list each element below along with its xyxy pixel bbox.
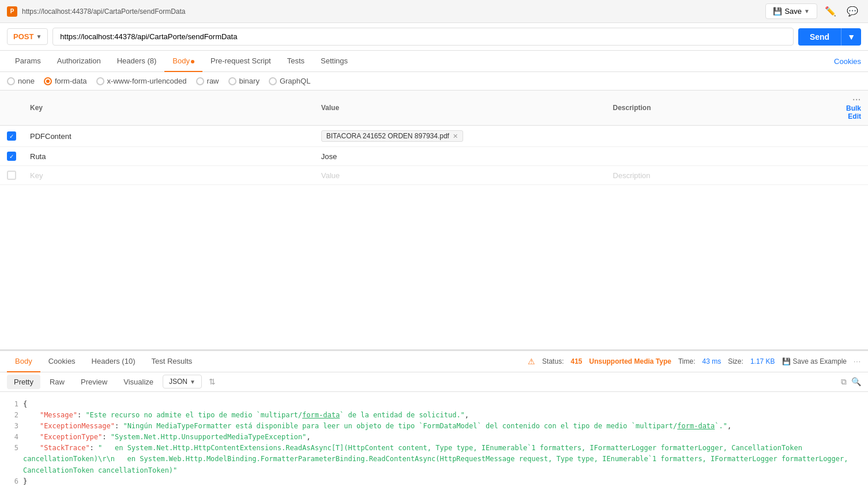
title-bar-url: https://localhost:44378/api/CartaPorte/s…	[22, 7, 186, 16]
method-dropdown-arrow: ▼	[36, 33, 42, 40]
code-line-6: 6 }	[7, 476, 861, 487]
code-line-3: 3 "ExceptionMessage": "Ningún MediaTypeF…	[7, 421, 861, 432]
response-body-tabs: Pretty Raw Preview Visualize JSON ▼ ⇅ ⧉ …	[0, 372, 868, 392]
response-tab-body[interactable]: Body	[7, 351, 40, 372]
radio-urlencoded-circle	[96, 77, 104, 85]
title-bar-right: 💾 Save ▼ ✏️ 💬	[765, 3, 861, 20]
spacer	[0, 185, 868, 349]
tab-authorization[interactable]: Authorization	[49, 51, 109, 72]
radio-binary[interactable]: binary	[228, 77, 260, 85]
save-icon: 💾	[773, 7, 782, 16]
row1-key-cell: PDFContent	[23, 126, 314, 147]
json-format-selector[interactable]: JSON ▼	[163, 375, 202, 389]
col-bulk-edit-header: ··· Bulk Edit	[839, 90, 868, 126]
dots-button[interactable]: ···	[852, 95, 861, 104]
params-table: Key Value Description ··· Bulk Edit	[0, 90, 868, 185]
method-selector[interactable]: POST ▼	[7, 28, 48, 45]
method-label: POST	[13, 32, 33, 41]
save-example-icon: 💾	[782, 357, 791, 365]
params-table-container: Key Value Description ··· Bulk Edit	[0, 90, 868, 185]
col-checkbox	[0, 90, 23, 126]
sort-icon-button[interactable]: ⇅	[209, 377, 216, 386]
radio-binary-circle	[228, 77, 236, 85]
sort-icon: ⇅	[209, 377, 216, 386]
table-row: PDFContent BITACORA 241652 ORDEN 897934.…	[0, 126, 868, 147]
app-container: P https://localhost:44378/api/CartaPorte…	[0, 0, 868, 494]
tab-body[interactable]: Body	[164, 51, 202, 72]
empty-desc-cell[interactable]: Description	[606, 166, 839, 185]
status-code: 415	[570, 357, 582, 365]
response-body-tab-raw[interactable]: Raw	[43, 375, 72, 389]
row2-desc-cell[interactable]	[606, 147, 839, 166]
row2-value-cell: Jose	[314, 147, 606, 166]
empty-key-cell[interactable]: Key	[23, 166, 314, 185]
radio-form-data[interactable]: form-data	[44, 77, 87, 85]
radio-graphql[interactable]: GraphQL	[269, 77, 310, 85]
col-desc-header: Description	[606, 90, 839, 126]
save-button[interactable]: 💾 Save ▼	[765, 3, 817, 19]
send-button[interactable]: Send ▼	[798, 28, 861, 46]
search-icon[interactable]: 🔍	[851, 377, 861, 386]
radio-raw[interactable]: raw	[196, 77, 219, 85]
size-label: Size:	[728, 357, 743, 365]
col-key-header: Key	[23, 90, 314, 126]
app-logo: P	[7, 6, 17, 17]
url-input[interactable]	[52, 28, 794, 46]
response-tab-cookies[interactable]: Cookies	[40, 351, 84, 372]
row1-checkbox[interactable]	[7, 131, 16, 141]
cookies-link[interactable]: Cookies	[834, 57, 861, 66]
radio-none[interactable]: none	[7, 77, 35, 85]
response-more-options[interactable]: ···	[854, 357, 861, 365]
response-actions: ⧉ 🔍	[841, 377, 861, 387]
tab-headers[interactable]: Headers (8)	[109, 51, 165, 72]
tab-pre-request[interactable]: Pre-request Script	[202, 51, 279, 72]
radio-urlencoded[interactable]: x-www-form-urlencoded	[96, 77, 187, 85]
row1-file-remove[interactable]: ✕	[453, 133, 458, 140]
row1-file-tag: BITACORA 241652 ORDEN 897934.pdf ✕	[321, 130, 463, 142]
empty-value-cell[interactable]: Value	[314, 166, 606, 185]
radio-none-circle	[7, 77, 15, 85]
copy-icon[interactable]: ⧉	[841, 377, 847, 387]
response-body-tab-preview[interactable]: Preview	[74, 375, 114, 389]
bulk-edit-button[interactable]: Bulk Edit	[846, 104, 861, 120]
row1-value-cell: BITACORA 241652 ORDEN 897934.pdf ✕	[314, 126, 606, 147]
tab-tests[interactable]: Tests	[279, 51, 313, 72]
code-line-4: 4 "ExceptionType": "System.Net.Http.Unsu…	[7, 432, 861, 443]
row1-checkbox-cell	[0, 126, 23, 147]
title-bar: P https://localhost:44378/api/CartaPorte…	[0, 0, 868, 23]
warning-icon: ⚠	[528, 357, 535, 366]
empty-checkbox[interactable]	[7, 171, 16, 180]
save-as-example-button[interactable]: 💾 Save as Example	[782, 357, 847, 365]
response-tabs: Body Cookies Headers (10) Test Results ⚠…	[0, 351, 868, 372]
row1-action-cell	[839, 126, 868, 147]
status-text: Unsupported Media Type	[589, 357, 671, 365]
tab-settings[interactable]: Settings	[313, 51, 356, 72]
row2-checkbox[interactable]	[7, 152, 16, 161]
empty-checkbox-cell	[0, 166, 23, 185]
empty-action-cell	[839, 166, 868, 185]
status-label: Status:	[542, 357, 563, 365]
response-body-tab-pretty[interactable]: Pretty	[7, 375, 40, 389]
response-meta: ⚠ Status: 415 Unsupported Media Type Tim…	[528, 357, 861, 366]
response-tab-testresults[interactable]: Test Results	[143, 351, 200, 372]
body-dot	[191, 60, 194, 63]
table-row-empty: Key Value Description	[0, 166, 868, 185]
col-value-header: Value	[314, 90, 606, 126]
response-body-tab-visualize[interactable]: Visualize	[117, 375, 160, 389]
radio-raw-circle	[196, 77, 204, 85]
row2-action-cell	[839, 147, 868, 166]
title-bar-left: P https://localhost:44378/api/CartaPorte…	[7, 6, 186, 17]
row2-key-cell: Ruta	[23, 147, 314, 166]
time-label: Time:	[678, 357, 696, 365]
size-value: 1.17 KB	[750, 357, 775, 365]
row1-desc-cell[interactable]	[606, 126, 839, 147]
edit-icon-button[interactable]: ✏️	[822, 3, 839, 20]
radio-graphql-circle	[269, 77, 277, 85]
radio-form-data-circle	[44, 77, 52, 85]
send-dropdown-arrow[interactable]: ▼	[841, 28, 861, 46]
tab-params[interactable]: Params	[7, 51, 49, 72]
time-value: 43 ms	[702, 357, 722, 365]
table-row: Ruta Jose	[0, 147, 868, 166]
comment-icon-button[interactable]: 💬	[844, 3, 861, 20]
response-tab-headers[interactable]: Headers (10)	[84, 351, 144, 372]
